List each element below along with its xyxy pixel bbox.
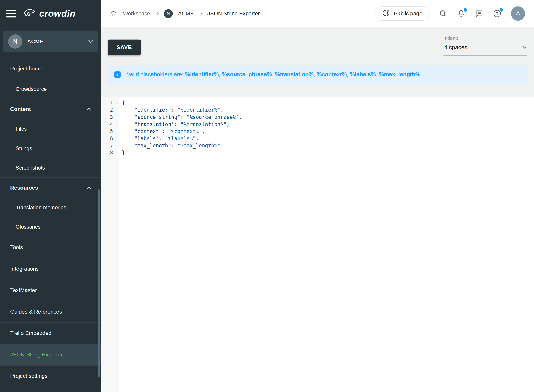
code-line[interactable]: "identifier": "%identifier%", (122, 107, 534, 114)
sidebar-item-tools[interactable]: Tools (0, 237, 101, 258)
sidebar-item-label: Glossaries (16, 224, 40, 230)
line-number: 6 (101, 135, 119, 142)
sidebar-item-label: Content (10, 106, 31, 112)
chevron-up-icon (86, 186, 91, 191)
breadcrumb-current-page: JSON String Exporter (207, 10, 260, 17)
placeholder-token: %context% (317, 71, 347, 77)
project-avatar: N (8, 34, 23, 49)
svg-text:?: ? (496, 11, 499, 16)
sidebar-item-json-string-exporter[interactable]: JSON String Exporter (0, 344, 101, 365)
chevron-up-icon (86, 107, 91, 112)
placeholder-token: %labels% (350, 71, 376, 77)
placeholder-token: %identifier% (185, 71, 219, 77)
page-content: SAVE Indent: 4 spaces i Valid placeholde… (101, 27, 534, 392)
save-button[interactable]: SAVE (108, 40, 141, 55)
code-line[interactable]: "context": "%context%", (122, 128, 534, 135)
crowdin-logo-text: crowdin (39, 9, 75, 19)
crowdin-logo[interactable]: crowdin (23, 9, 75, 19)
crowdin-logo-icon (23, 9, 36, 19)
breadcrumb-project[interactable]: ACME (178, 10, 194, 17)
menu-hamburger-icon[interactable] (6, 10, 16, 17)
editor-print-margin (377, 97, 378, 392)
indent-value: 4 spaces (444, 44, 467, 51)
info-banner: i Valid placeholders are: %identifier%, … (108, 65, 527, 84)
sidebar-item-label: Tools (10, 244, 23, 251)
sidebar-item-crowdsource[interactable]: Crowdsource (0, 79, 101, 99)
sidebar-item-files[interactable]: Files (0, 119, 101, 138)
code-line[interactable]: } (122, 149, 534, 156)
editor-code[interactable]: { "identifier": "%identifier%", "source_… (119, 97, 534, 392)
sidebar-item-label: Files (16, 126, 27, 132)
sidebar-item-label: Crowdsource (16, 86, 47, 92)
home-icon[interactable] (110, 9, 117, 17)
fold-arrow-icon[interactable]: ▾ (116, 99, 118, 107)
sidebar-item-screenshots[interactable]: Screenshots (0, 158, 101, 177)
code-editor[interactable]: 1▾2345678 { "identifier": "%identifier%"… (101, 97, 534, 392)
placeholder-token: %translation% (275, 71, 314, 77)
line-number: 7 (101, 142, 119, 149)
help-icon[interactable]: ? (493, 9, 502, 18)
chevron-down-icon (89, 38, 93, 43)
sidebar-item-label: Strings (16, 145, 32, 151)
line-number: 4 (101, 121, 119, 128)
sidebar-nav: Project homeCrowdsourceContentFilesStrin… (0, 55, 101, 392)
indent-select[interactable]: 4 spaces (444, 41, 527, 56)
user-avatar[interactable]: A (511, 6, 525, 20)
line-number: 3 (101, 114, 119, 121)
line-number: 5 (101, 128, 119, 135)
project-name: ACME (27, 38, 84, 45)
code-line[interactable]: "translation": "%translation%", (122, 121, 534, 128)
line-number: 2 (101, 107, 119, 114)
app-window: crowdin N ACME Project homeCrowdsourceCo… (0, 0, 534, 392)
sidebar-item-project-home[interactable]: Project home (0, 58, 101, 79)
sidebar-item-label: Project settings (10, 373, 47, 379)
info-icon: i (114, 71, 121, 78)
public-page-label: Public page (394, 10, 422, 17)
toolbar-row: SAVE Indent: 4 spaces (101, 27, 534, 56)
sidebar-item-strings[interactable]: Strings (0, 138, 101, 158)
chevron-down-icon (523, 45, 526, 48)
notification-dot (464, 8, 467, 11)
sidebar-scrollbar[interactable] (98, 189, 100, 377)
sidebar-item-label: TextMaster (10, 287, 37, 294)
topbar-actions: Public page ? A (375, 6, 525, 20)
sidebar-item-trello-embedded[interactable]: Trello Embedded (0, 322, 101, 344)
code-line[interactable]: "max_length": "%max_length%" (122, 142, 534, 149)
sidebar-item-label: Project home (10, 65, 42, 72)
placeholder-token: %source_phrase% (222, 71, 272, 77)
notifications-bell-icon[interactable] (457, 9, 465, 18)
messages-icon[interactable] (475, 9, 483, 18)
sidebar: crowdin N ACME Project homeCrowdsourceCo… (0, 0, 101, 392)
sidebar-item-label: Resources (10, 185, 38, 191)
sidebar-item-glossaries[interactable]: Glossaries (0, 217, 101, 236)
indent-label: Indent: (444, 35, 527, 41)
sidebar-item-content[interactable]: Content (0, 99, 101, 119)
sidebar-item-label: JSON String Exporter (10, 352, 63, 358)
sidebar-item-project-settings[interactable]: Project settings (0, 365, 101, 387)
code-line[interactable]: "labels": "%labels%", (122, 135, 534, 142)
code-line[interactable]: "source_string": "%source_phrase%", (122, 114, 534, 121)
breadcrumb-workspace[interactable]: Workspace (123, 10, 150, 17)
sidebar-item-guides-references[interactable]: Guides & References (0, 301, 101, 322)
sidebar-item-translation-memories[interactable]: Translation memories (0, 198, 101, 217)
line-number: 8 (101, 149, 119, 156)
sidebar-item-label: Screenshots (16, 165, 45, 171)
banner-text: Valid placeholders are: %identifier%, %s… (127, 71, 422, 78)
topbar: Workspace N ACME JSON String Exporter Pu… (101, 0, 534, 27)
globe-icon (382, 9, 390, 18)
code-line[interactable]: { (122, 99, 534, 107)
sidebar-item-label: Translation memories (16, 205, 66, 211)
sidebar-item-textmaster[interactable]: TextMaster (0, 280, 101, 301)
sidebar-item-integrations[interactable]: Integrations (0, 258, 101, 280)
project-switcher[interactable]: N ACME (3, 31, 98, 52)
search-icon[interactable] (439, 9, 448, 18)
sidebar-item-label: Guides & References (10, 309, 62, 315)
breadcrumb-chevron-icon (199, 12, 202, 15)
sidebar-header: crowdin (0, 0, 101, 27)
breadcrumb-project-avatar: N (164, 9, 173, 18)
breadcrumb-chevron-icon (155, 12, 159, 15)
sidebar-item-label: Integrations (10, 266, 39, 272)
sidebar-item-resources[interactable]: Resources (0, 177, 101, 198)
breadcrumb: Workspace N ACME JSON String Exporter (110, 9, 260, 18)
public-page-button[interactable]: Public page (375, 6, 430, 20)
